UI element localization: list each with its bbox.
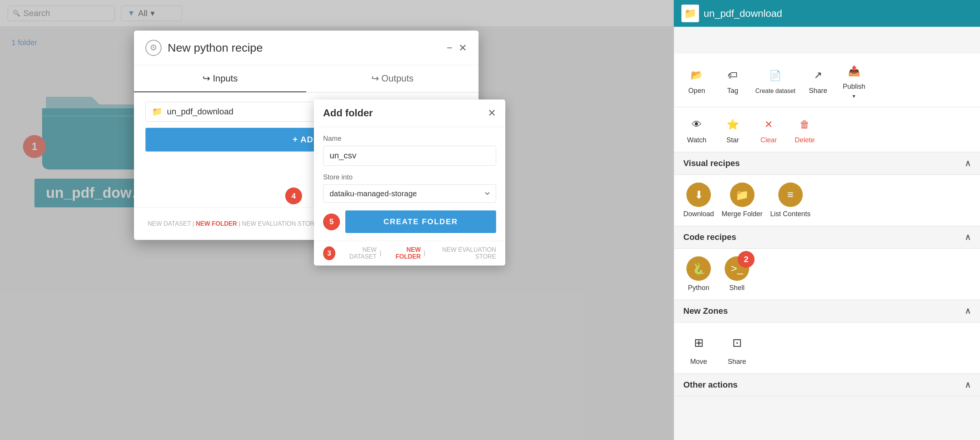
dialog-header: ⚙ New python recipe − ✕ [134, 31, 479, 65]
publish-label: Publish [843, 83, 865, 91]
gear-icon: ⚙ [145, 40, 162, 56]
folder-input-icon: 📁 [152, 107, 162, 117]
move-zone-icon: ⊞ [686, 330, 711, 355]
star-label: Star [726, 136, 739, 144]
python-recipe-icon: 🐍 [686, 256, 711, 281]
open-label: Open [688, 87, 705, 95]
create-folder-button[interactable]: CREATE FOLDER [345, 210, 496, 233]
code-recipes-section[interactable]: Code recipes ∧ [674, 226, 980, 249]
folder-name-input[interactable] [323, 146, 496, 166]
tab-outputs[interactable]: ↪ Outputs [306, 65, 479, 92]
dialog-title: New python recipe [168, 41, 441, 54]
store-label: Store into [323, 173, 496, 181]
watch-icon: 👁 [687, 115, 706, 134]
code-recipes-label: Code recipes [683, 232, 736, 242]
list-contents-recipe-label: List Contents [770, 210, 810, 218]
clear-icon: ✕ [759, 115, 778, 134]
zones-grid: ⊞ Move ⊡ Share [674, 323, 980, 374]
zones-label: New Zones [683, 306, 728, 316]
tab-inputs[interactable]: ↪ Inputs [134, 65, 306, 92]
download-recipe-label: Download [683, 210, 714, 218]
other-actions-section[interactable]: Other actions ∧ [674, 374, 980, 396]
delete-action[interactable]: 🗑 Delete [791, 115, 818, 144]
afd-body: Name Store into dataiku-managed-storage … [314, 127, 505, 241]
move-zone-item[interactable]: ⊞ Move [683, 330, 714, 366]
download-recipe-item[interactable]: ⬇ Download [683, 183, 714, 218]
download-recipe-icon: ⬇ [686, 183, 711, 207]
footer-new-folder-link[interactable]: NEW FOLDER [384, 246, 421, 260]
merge-folder-recipe-label: Merge Folder [722, 210, 763, 218]
inputs-arrow-icon: ↪ [203, 73, 210, 83]
shell-recipe-icon: >_ 2 [725, 256, 749, 281]
delete-icon: 🗑 [795, 115, 814, 134]
store-into-select[interactable]: dataiku-managed-storage [323, 184, 496, 203]
afd-footer: 3 NEW DATASET | NEW FOLDER | NEW EVALUAT… [314, 241, 505, 266]
tag-icon: 🏷 [723, 65, 742, 85]
dialog-tabs: ↪ Inputs ↪ Outputs [134, 65, 479, 93]
share-zone-icon: ⊡ [725, 330, 749, 355]
new-folder-link[interactable]: NEW FOLDER [196, 220, 237, 227]
add-folder-dialog: Add folder ✕ Name Store into dataiku-man… [314, 99, 505, 266]
footer-new-eval-store-link[interactable]: NEW EVALUATION STORE [428, 246, 496, 260]
star-icon: ⭐ [723, 115, 742, 134]
dialog-controls: − ✕ [447, 42, 467, 54]
star-action[interactable]: ⭐ Star [719, 115, 746, 144]
share-zone-item[interactable]: ⊡ Share [722, 330, 752, 366]
zones-chevron: ∧ [965, 306, 971, 316]
shell-recipe-item[interactable]: >_ 2 Shell [722, 256, 752, 292]
visual-recipes-section[interactable]: Visual recipes ∧ [674, 152, 980, 175]
step-badge-4-wrapper: 4 [285, 187, 302, 204]
afd-close-button[interactable]: ✕ [488, 107, 496, 119]
shell-recipe-label: Shell [729, 284, 745, 292]
merge-folder-recipe-icon: 📁 [730, 183, 755, 207]
python-recipe-item[interactable]: 🐍 Python [683, 256, 714, 292]
share-zone-label: Share [728, 358, 746, 366]
step-badge-4: 4 [285, 187, 302, 204]
visual-recipes-grid: ⬇ Download 📁 Merge Folder ≡ List Content… [674, 175, 980, 226]
close-button[interactable]: ✕ [459, 42, 467, 54]
create-dataset-action[interactable]: 📄 Create dataset [755, 66, 795, 95]
outputs-arrow-icon: ↪ [371, 73, 379, 83]
open-icon: 📂 [687, 65, 706, 85]
visual-recipes-chevron: ∧ [965, 158, 971, 168]
name-label: Name [323, 135, 496, 143]
list-contents-recipe-item[interactable]: ≡ List Contents [770, 183, 810, 218]
clear-action[interactable]: ✕ Clear [755, 115, 782, 144]
list-contents-recipe-icon: ≡ [778, 183, 803, 207]
minimize-button[interactable]: − [447, 42, 452, 54]
watch-label: Watch [687, 136, 706, 144]
other-actions-chevron: ∧ [965, 380, 971, 390]
clear-label: Clear [760, 136, 777, 144]
step-badge-5: 5 [323, 213, 340, 230]
afd-header: Add folder ✕ [314, 99, 505, 127]
visual-recipes-label: Visual recipes [683, 158, 740, 168]
footer-links: NEW DATASET | NEW FOLDER | NEW EVALUATIO… [145, 220, 318, 227]
afd-title: Add folder [323, 107, 373, 119]
step-badge-3: 3 [323, 246, 335, 260]
panel-actions-row: 📂 Open 🏷 Tag 📄 Create dataset ↗ Share 📤 … [674, 54, 980, 107]
other-actions-label: Other actions [683, 380, 738, 390]
step-badge-2: 2 [738, 251, 755, 268]
python-recipe-label: Python [688, 284, 709, 292]
tag-label: Tag [727, 87, 738, 95]
publish-chevron-icon: ▾ [853, 93, 855, 99]
zones-section[interactable]: New Zones ∧ [674, 300, 980, 323]
share-action[interactable]: ↗ Share [805, 65, 831, 95]
create-dataset-label: Create dataset [755, 88, 795, 95]
code-recipes-chevron: ∧ [965, 232, 971, 242]
new-dataset-link[interactable]: NEW DATASET [148, 220, 191, 227]
code-recipes-grid: 🐍 Python >_ 2 Shell [674, 249, 980, 300]
footer-new-dataset-link[interactable]: NEW DATASET [338, 246, 377, 260]
merge-folder-recipe-item[interactable]: 📁 Merge Folder [722, 183, 763, 218]
panel-actions-row-2: 👁 Watch ⭐ Star ✕ Clear 🗑 Delete [674, 107, 980, 152]
delete-label: Delete [795, 136, 815, 144]
share-icon: ↗ [808, 65, 828, 85]
share-label: Share [809, 87, 827, 95]
open-action[interactable]: 📂 Open [683, 65, 710, 95]
create-dataset-icon: 📄 [766, 66, 785, 85]
watch-action[interactable]: 👁 Watch [683, 115, 710, 144]
move-zone-label: Move [690, 358, 707, 366]
tag-action[interactable]: 🏷 Tag [719, 65, 746, 95]
new-eval-link[interactable]: NEW EVALUATION STORE [242, 220, 318, 227]
publish-action[interactable]: 📤 Publish ▾ [841, 61, 867, 99]
